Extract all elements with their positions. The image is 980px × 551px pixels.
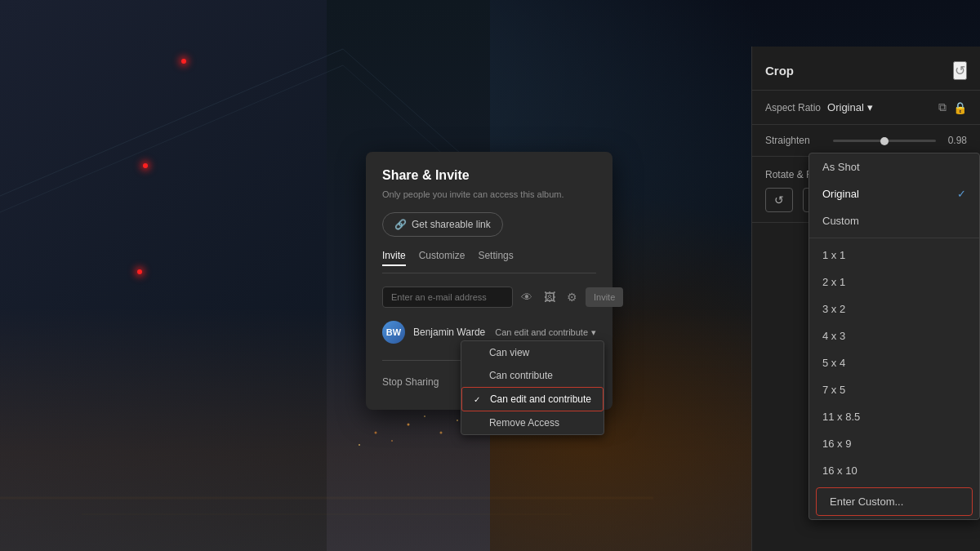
custom-label: Custom [822,215,859,227]
copy-icon-button[interactable]: ⧉ [938,100,947,114]
check-mark-icon: ✓ [474,395,483,404]
permission-dropdown[interactable]: Can edit and contribute ▾ [495,327,596,338]
aspect-item-custom[interactable]: Custom [809,207,979,234]
aspect-ratio-dropdown-menu: As Shot Original ✓ Custom 1 x 1 2 x 1 3 … [808,153,980,520]
permission-label: Can edit and contribute [495,327,588,337]
aspect-item-16x10[interactable]: 16 x 10 [809,457,979,484]
can-view-label: Can view [489,347,529,358]
user-name: Benjamin Warde [413,327,487,338]
aspect-ratio-dropdown-button[interactable]: Original ▾ [827,101,873,113]
aspect-ratio-label: Aspect Ratio [765,102,821,113]
reset-icon-button[interactable]: ↺ [953,61,967,80]
aspect-item-original[interactable]: Original ✓ [809,180,979,207]
aspect-item-2x1[interactable]: 2 x 1 [809,269,979,295]
tab-invite[interactable]: Invite [382,250,406,266]
chevron-down-icon: ▾ [591,327,596,338]
crop-panel: Crop ↺ Aspect Ratio Original ▾ ⧉ 🔒 Strai… [751,47,980,551]
lock-icon-button[interactable]: 🔒 [953,101,967,114]
as-shot-label: As Shot [822,161,860,173]
user-initials: BW [386,327,401,337]
original-check-icon: ✓ [957,188,966,200]
rotate-ccw-button[interactable]: ↺ [765,188,793,212]
permission-can-contribute[interactable]: Can contribute [461,364,604,387]
aspect-item-7x5[interactable]: 7 x 5 [809,376,979,403]
get-shareable-link-button[interactable]: 🔗 Get shareable link [382,212,503,237]
enter-custom-button[interactable]: Enter Custom... [816,487,973,516]
crop-title: Crop [765,64,794,78]
image-icon-button[interactable]: 🖼 [541,287,559,307]
red-light-1 [181,59,186,64]
can-edit-contribute-label: Can edit and contribute [490,393,591,405]
user-row: BW Benjamin Warde Can edit and contribut… [382,321,596,344]
slider-thumb [880,137,889,145]
permission-submenu: Can view Can contribute ✓ Can edit and c… [461,340,604,435]
aspect-item-as-shot[interactable]: As Shot [809,153,979,180]
aspect-divider [809,238,979,238]
permission-can-view[interactable]: Can view [461,341,604,364]
modal-title: Share & Invite [382,168,596,183]
remove-access-label: Remove Access [489,417,559,429]
aspect-item-3x2[interactable]: 3 x 2 [809,295,979,322]
aspect-item-5x4[interactable]: 5 x 4 [809,349,979,376]
red-light-3 [137,269,142,274]
can-contribute-label: Can contribute [489,370,553,381]
aspect-right-icons: ⧉ 🔒 [938,100,967,114]
filter-icon-button[interactable]: ⚙ [564,287,581,307]
aspect-ratio-row: Aspect Ratio Original ▾ ⧉ 🔒 [752,91,980,125]
aspect-item-1x1[interactable]: 1 x 1 [809,242,979,269]
red-light-2 [143,163,148,168]
email-input[interactable] [382,287,513,308]
invite-row: 👁 🖼 ⚙ Invite [382,287,596,308]
straighten-slider[interactable] [833,140,936,142]
rotate-flip-label: Rotate & F [765,169,812,180]
modal-subtitle: Only people you invite can access this a… [382,189,596,199]
dropdown-chevron-icon: ▾ [867,101,873,113]
aspect-item-4x3[interactable]: 4 x 3 [809,322,979,349]
eye-icon-button[interactable]: 👁 [518,287,536,307]
modal-tabs: Invite Customize Settings [382,250,596,273]
tab-customize[interactable]: Customize [419,250,466,266]
aspect-item-11x8-5[interactable]: 11 x 8.5 [809,403,979,430]
permission-can-edit-contribute[interactable]: ✓ Can edit and contribute [461,387,604,411]
link-icon: 🔗 [394,219,407,230]
crop-header: Crop ↺ [752,47,980,91]
aspect-item-16x9[interactable]: 16 x 9 [809,430,979,457]
stop-sharing-button[interactable]: Stop Sharing [382,376,439,388]
user-avatar: BW [382,321,405,344]
permission-remove-access[interactable]: Remove Access [461,411,604,434]
straighten-label: Straighten [765,135,826,146]
original-label: Original [822,188,859,200]
share-invite-modal: Share & Invite Only people you invite ca… [366,152,612,410]
straighten-value: 0.98 [942,135,967,146]
get-link-label: Get shareable link [412,219,491,230]
tab-settings[interactable]: Settings [478,250,513,266]
invite-button[interactable]: Invite [586,287,623,307]
aspect-ratio-value: Original [827,101,864,113]
